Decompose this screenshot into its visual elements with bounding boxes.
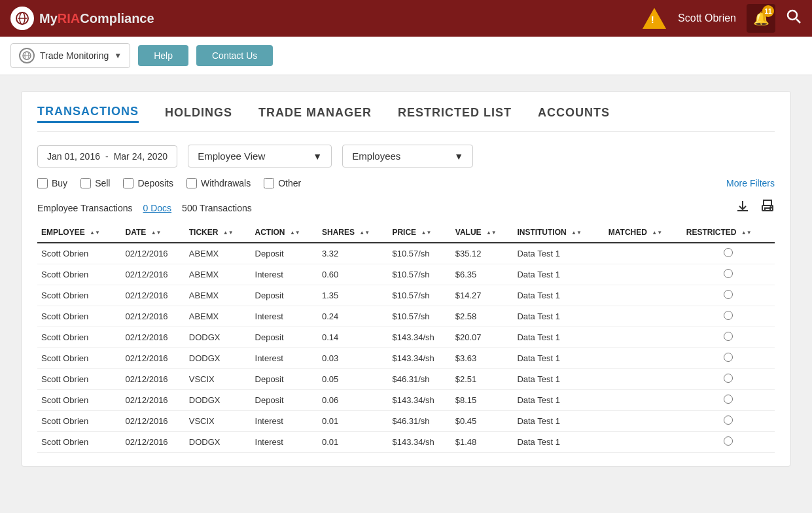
cell-restricted[interactable] (682, 285, 775, 306)
cell-employee: Scott Obrien (37, 243, 122, 264)
col-employee[interactable]: EMPLOYEE ▲▼ (37, 222, 122, 243)
restricted-radio[interactable] (724, 436, 733, 446)
print-button[interactable] (760, 199, 775, 217)
cell-restricted[interactable] (682, 243, 775, 264)
cell-price: $10.57/sh (388, 243, 451, 264)
checkbox-buy[interactable]: Buy (37, 178, 67, 188)
checkboxes-row: Buy Sell Deposits Withdrawals Other (37, 178, 301, 188)
view-dropdown[interactable]: Employee View ▼ (188, 145, 332, 168)
cell-price: $46.31/sh (388, 369, 451, 390)
cell-restricted[interactable] (682, 411, 775, 432)
table-row: Scott Obrien 02/12/2016 ABEMX Deposit 3.… (37, 243, 775, 264)
cell-ticker: ABEMX (185, 285, 251, 306)
col-value[interactable]: VALUE ▲▼ (451, 222, 514, 243)
cell-restricted[interactable] (682, 369, 775, 390)
restricted-radio[interactable] (724, 395, 733, 404)
search-button[interactable] (786, 9, 802, 28)
stats-row: Employee Transactions 0 Docs 500 Transac… (37, 199, 775, 217)
cell-shares: 3.32 (318, 243, 388, 264)
cell-restricted[interactable] (682, 264, 775, 285)
cell-value: $1.48 (451, 432, 514, 453)
checkbox-withdrawals[interactable]: Withdrawals (186, 178, 251, 188)
svg-point-3 (788, 10, 797, 20)
restricted-radio[interactable] (724, 290, 733, 299)
checkbox-sell[interactable]: Sell (80, 178, 110, 188)
buy-checkbox[interactable] (37, 178, 48, 188)
svg-rect-8 (764, 200, 771, 205)
restricted-radio[interactable] (724, 353, 733, 362)
employees-dropdown[interactable]: Employees ▼ (342, 145, 473, 168)
cell-matched (605, 285, 682, 306)
cell-restricted[interactable] (682, 348, 775, 369)
table-row: Scott Obrien 02/12/2016 ABEMX Deposit 1.… (37, 285, 775, 306)
cell-restricted[interactable] (682, 327, 775, 348)
cell-action: Deposit (251, 243, 318, 264)
restricted-radio[interactable] (724, 374, 733, 383)
other-checkbox[interactable] (264, 178, 274, 188)
module-label: Trade Monitoring (40, 50, 109, 61)
tab-restricted-list[interactable]: RESTRICTED LIST (398, 106, 512, 122)
cell-restricted[interactable] (682, 390, 775, 411)
cell-shares: 1.35 (318, 285, 388, 306)
col-shares[interactable]: SHARES ▲▼ (318, 222, 388, 243)
help-button[interactable]: Help (138, 45, 188, 66)
stats-actions (735, 199, 775, 217)
col-restricted[interactable]: RESTRICTED ▲▼ (682, 222, 775, 243)
cell-action: Deposit (251, 285, 318, 306)
tab-accounts[interactable]: ACCOUNTS (538, 106, 610, 122)
restricted-radio[interactable] (724, 311, 733, 320)
cell-action: Interest (251, 306, 318, 327)
logo-area: MyRIACompliance (10, 7, 154, 30)
cell-matched (605, 327, 682, 348)
tab-trade-manager[interactable]: TRADE MANAGER (258, 106, 372, 122)
cell-action: Deposit (251, 390, 318, 411)
deposits-label: Deposits (137, 178, 173, 188)
buy-label: Buy (52, 178, 67, 188)
checkbox-deposits[interactable]: Deposits (123, 178, 173, 188)
more-filters-link[interactable]: More Filters (726, 178, 775, 188)
col-action[interactable]: ACTION ▲▼ (251, 222, 318, 243)
restricted-radio[interactable] (724, 248, 733, 257)
checkbox-other[interactable]: Other (264, 178, 301, 188)
sell-checkbox[interactable] (80, 178, 91, 188)
col-price[interactable]: PRICE ▲▼ (388, 222, 451, 243)
date-range[interactable]: Jan 01, 2016 - Mar 24, 2020 (37, 145, 177, 168)
cell-price: $143.34/sh (388, 348, 451, 369)
tab-holdings[interactable]: HOLDINGS (165, 106, 232, 122)
col-date[interactable]: DATE ▲▼ (122, 222, 185, 243)
contact-button[interactable]: Contact Us (196, 45, 273, 66)
col-institution[interactable]: INSTITUTION ▲▼ (513, 222, 604, 243)
cell-ticker: ABEMX (185, 243, 251, 264)
app-title: MyRIACompliance (39, 11, 154, 26)
table-row: Scott Obrien 02/12/2016 VSCIX Deposit 0.… (37, 369, 775, 390)
deposits-checkbox[interactable] (123, 178, 133, 188)
table-row: Scott Obrien 02/12/2016 DODGX Deposit 0.… (37, 390, 775, 411)
cell-date: 02/12/2016 (122, 390, 185, 411)
cell-ticker: DODGX (185, 327, 251, 348)
alert-button[interactable] (641, 5, 667, 31)
col-matched[interactable]: MATCHED ▲▼ (605, 222, 682, 243)
header-right: Scott Obrien 11 🔔 (641, 4, 802, 33)
tab-transactions[interactable]: TRANSACTIONS (37, 105, 139, 123)
cell-institution: Data Test 1 (513, 243, 604, 264)
cell-price: $143.34/sh (388, 327, 451, 348)
module-selector[interactable]: Trade Monitoring ▼ (10, 43, 130, 68)
cell-restricted[interactable] (682, 432, 775, 453)
col-ticker[interactable]: TICKER ▲▼ (185, 222, 251, 243)
restricted-radio[interactable] (724, 332, 733, 341)
tab-bar: TRANSACTIONS HOLDINGS TRADE MANAGER REST… (37, 105, 775, 132)
withdrawals-checkbox[interactable] (186, 178, 197, 188)
date-start: Jan 01, 2016 (47, 151, 100, 162)
cell-matched (605, 432, 682, 453)
cell-institution: Data Test 1 (513, 369, 604, 390)
restricted-radio[interactable] (724, 416, 733, 425)
docs-link[interactable]: 0 Docs (143, 203, 172, 213)
restricted-radio[interactable] (724, 269, 733, 278)
view-dropdown-arrow-icon: ▼ (313, 151, 322, 162)
cell-restricted[interactable] (682, 306, 775, 327)
download-button[interactable] (735, 199, 750, 217)
notification-button[interactable]: 11 🔔 (747, 4, 775, 33)
content-card: TRANSACTIONS HOLDINGS TRADE MANAGER REST… (21, 91, 791, 467)
cell-institution: Data Test 1 (513, 306, 604, 327)
table-row: Scott Obrien 02/12/2016 DODGX Interest 0… (37, 432, 775, 453)
